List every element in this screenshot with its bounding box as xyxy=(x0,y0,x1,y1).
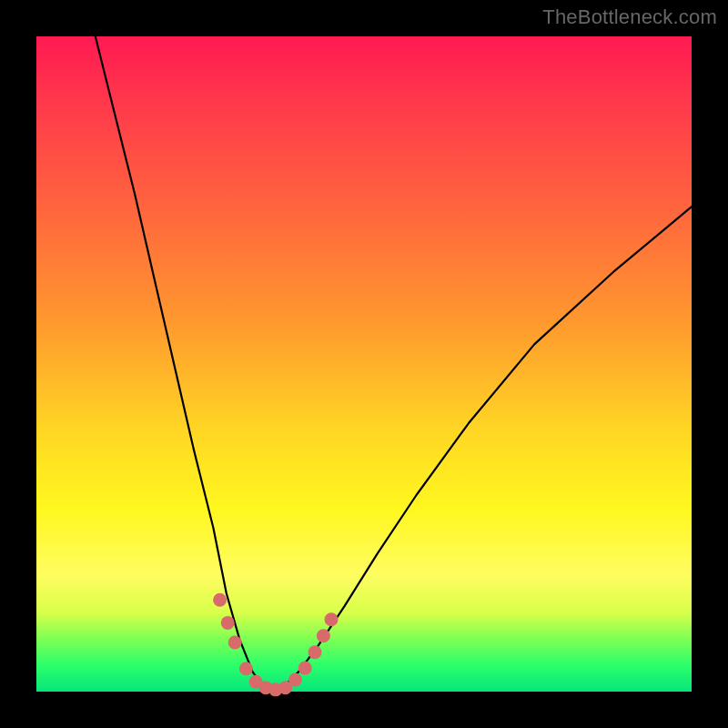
data-dot xyxy=(239,662,253,675)
plot-area xyxy=(36,36,692,692)
curves-svg xyxy=(36,36,692,692)
data-dot xyxy=(298,662,312,675)
data-dot xyxy=(213,593,227,607)
data-dot xyxy=(317,629,330,642)
curve-group xyxy=(96,36,692,692)
curve-left-arm xyxy=(96,36,272,692)
data-dot xyxy=(221,616,235,630)
watermark-text: TheBottleneck.com xyxy=(542,5,717,29)
data-dot xyxy=(325,612,339,626)
data-dot xyxy=(288,673,302,687)
data-dot xyxy=(228,636,242,650)
chart-frame: TheBottleneck.com xyxy=(0,0,728,728)
data-dot xyxy=(308,645,322,659)
